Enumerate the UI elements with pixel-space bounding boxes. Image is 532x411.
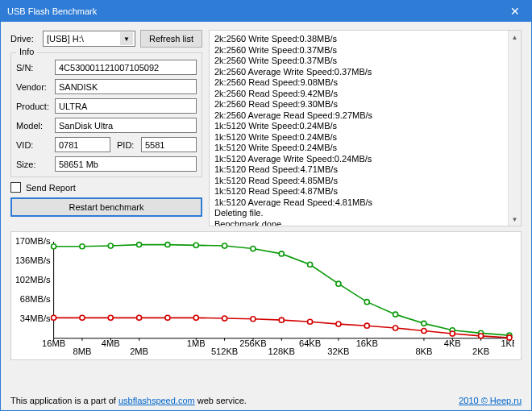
drive-label: Drive: bbox=[10, 34, 38, 44]
footer: This application is a part of usbflashsp… bbox=[1, 393, 531, 410]
content-area: Drive: [USB] H:\ ▼ Refresh list Info S/N… bbox=[1, 22, 531, 393]
svg-text:512KB: 512KB bbox=[211, 347, 238, 356]
svg-text:2MB: 2MB bbox=[130, 347, 148, 356]
info-group: Info S/N: 4C530001121007105092 Vendor: S… bbox=[10, 52, 202, 177]
svg-point-59 bbox=[52, 315, 56, 320]
scrollbar-track[interactable]: ▲ ▼ bbox=[508, 31, 521, 226]
chart-panel: 34MB/s68MB/s102MB/s136MB/s170MB/s16MB8MB… bbox=[10, 231, 522, 360]
send-report-row[interactable]: Send Report bbox=[10, 182, 202, 193]
vendor-label: Vendor: bbox=[16, 82, 52, 92]
svg-text:68MB/s: 68MB/s bbox=[20, 294, 51, 304]
restart-button[interactable]: Restart benchmark bbox=[10, 197, 202, 217]
svg-text:2KB: 2KB bbox=[472, 347, 489, 356]
vid-field[interactable]: 0781 bbox=[55, 137, 110, 152]
sn-label: S/N: bbox=[16, 63, 52, 73]
vendor-field[interactable]: SANDISK bbox=[55, 79, 197, 94]
titlebar[interactable]: USB Flash Benchmark ✕ bbox=[1, 1, 531, 22]
svg-text:136MB/s: 136MB/s bbox=[16, 255, 51, 265]
log-text[interactable]: 2k:2560 Write Speed:0.38MB/s 2k:2560 Wri… bbox=[214, 34, 519, 226]
svg-point-53 bbox=[364, 300, 369, 305]
svg-point-65 bbox=[222, 316, 227, 321]
svg-point-54 bbox=[393, 312, 398, 317]
svg-point-60 bbox=[80, 315, 85, 320]
svg-text:16MB: 16MB bbox=[42, 338, 65, 348]
scroll-down-icon[interactable]: ▼ bbox=[509, 213, 521, 226]
send-report-checkbox[interactable] bbox=[10, 182, 21, 193]
svg-point-48 bbox=[222, 243, 227, 248]
svg-point-74 bbox=[479, 334, 484, 338]
close-icon[interactable]: ✕ bbox=[505, 5, 525, 18]
svg-point-69 bbox=[336, 322, 341, 326]
svg-text:34MB/s: 34MB/s bbox=[20, 313, 51, 323]
model-field[interactable]: SanDisk Ultra bbox=[55, 118, 197, 133]
send-report-label: Send Report bbox=[26, 183, 76, 193]
svg-point-45 bbox=[137, 243, 142, 247]
svg-text:256KB: 256KB bbox=[239, 338, 266, 348]
pid-label: PID: bbox=[117, 140, 138, 150]
svg-point-46 bbox=[165, 243, 170, 247]
svg-point-63 bbox=[165, 315, 170, 320]
svg-text:64KB: 64KB bbox=[299, 338, 321, 348]
pid-field[interactable]: 5581 bbox=[141, 137, 197, 152]
benchmark-chart: 34MB/s68MB/s102MB/s136MB/s170MB/s16MB8MB… bbox=[16, 237, 514, 358]
refresh-button[interactable]: Refresh list bbox=[140, 30, 202, 48]
svg-text:1MB: 1MB bbox=[187, 338, 206, 348]
svg-point-75 bbox=[507, 335, 512, 340]
log-panel: 2k:2560 Write Speed:0.38MB/s 2k:2560 Wri… bbox=[209, 30, 522, 226]
svg-point-47 bbox=[193, 243, 198, 247]
svg-point-50 bbox=[279, 251, 284, 256]
svg-point-67 bbox=[279, 318, 284, 322]
svg-point-71 bbox=[393, 326, 398, 330]
svg-text:32KB: 32KB bbox=[327, 347, 349, 356]
svg-text:102MB/s: 102MB/s bbox=[16, 275, 51, 284]
product-label: Product: bbox=[16, 102, 52, 111]
svg-text:4MB: 4MB bbox=[102, 338, 120, 348]
drive-select[interactable]: [USB] H:\ ▼ bbox=[43, 31, 135, 47]
svg-text:4KB: 4KB bbox=[444, 338, 461, 348]
drive-select-value: [USB] H:\ bbox=[47, 34, 84, 44]
product-field[interactable]: ULTRA bbox=[55, 98, 197, 114]
svg-text:128KB: 128KB bbox=[268, 347, 295, 356]
sn-field[interactable]: 4C530001121007105092 bbox=[55, 60, 197, 75]
window-title: USB Flash Benchmark bbox=[7, 6, 97, 16]
svg-point-55 bbox=[422, 321, 426, 326]
svg-text:8KB: 8KB bbox=[415, 347, 432, 356]
svg-point-62 bbox=[137, 315, 142, 320]
svg-point-70 bbox=[364, 323, 369, 328]
vid-label: VID: bbox=[16, 140, 52, 150]
footer-link-site[interactable]: usbflashspeed.com bbox=[118, 396, 195, 405]
svg-point-52 bbox=[336, 281, 341, 286]
svg-text:170MB/s: 170MB/s bbox=[16, 237, 51, 246]
svg-point-66 bbox=[251, 317, 256, 322]
svg-point-44 bbox=[108, 243, 113, 248]
scroll-up-icon[interactable]: ▲ bbox=[509, 31, 521, 44]
svg-point-43 bbox=[80, 244, 85, 249]
chevron-down-icon[interactable]: ▼ bbox=[120, 32, 133, 45]
svg-point-49 bbox=[251, 247, 256, 251]
svg-point-61 bbox=[108, 315, 113, 320]
svg-point-51 bbox=[308, 262, 313, 267]
info-legend: Info bbox=[16, 47, 37, 56]
svg-point-64 bbox=[193, 315, 198, 320]
svg-point-73 bbox=[450, 331, 455, 336]
size-field[interactable]: 58651 Mb bbox=[55, 156, 197, 172]
model-label: Model: bbox=[16, 121, 52, 131]
svg-point-68 bbox=[308, 319, 313, 324]
size-label: Size: bbox=[16, 160, 52, 169]
svg-point-72 bbox=[422, 328, 426, 333]
svg-text:8MB: 8MB bbox=[73, 347, 91, 356]
footer-link-copyright[interactable]: 2010 © Heep.ru bbox=[459, 396, 522, 405]
svg-text:16KB: 16KB bbox=[356, 338, 378, 348]
svg-point-42 bbox=[52, 244, 56, 249]
app-window: USB Flash Benchmark ✕ Drive: [USB] H:\ ▼… bbox=[0, 0, 532, 411]
